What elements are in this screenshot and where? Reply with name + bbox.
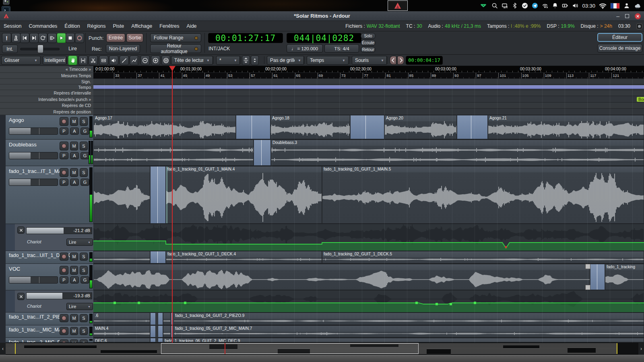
group-button[interactable]: G <box>80 128 89 135</box>
mute-button[interactable]: M <box>70 142 78 150</box>
audio-region[interactable]: Agogo.21 <box>488 115 644 139</box>
playlist-button[interactable]: P <box>60 179 68 186</box>
marker-filter-dropdown[interactable]: *▼ <box>216 56 240 65</box>
mute-button[interactable]: M <box>70 117 78 126</box>
nudge-back-button[interactable] <box>390 56 396 65</box>
auto-return-button[interactable]: Retour automatique <box>150 44 201 53</box>
lane-close-button[interactable] <box>17 226 25 234</box>
selected-region[interactable] <box>254 140 271 166</box>
gain-fader[interactable] <box>9 152 58 159</box>
selected-region[interactable] <box>150 251 166 263</box>
automation-button[interactable]: A <box>70 152 79 159</box>
track-name[interactable]: fado_1_trac...IT_1_MAIN <box>9 168 67 174</box>
stop-button[interactable] <box>66 33 75 43</box>
solo-button[interactable]: S <box>80 266 88 275</box>
audio-region[interactable]: Agogo.17 <box>93 115 236 139</box>
monitor-solo-button[interactable]: Solo <box>361 33 376 39</box>
solo-button[interactable]: S <box>80 314 88 322</box>
ruler-row-0[interactable]: 0:01:00:0000:01:30:0000:02:00:0000:02:30… <box>93 66 644 73</box>
zoom-out-button[interactable] <box>140 56 150 65</box>
track-row-fado_1_trac..._MIC_MAIN[interactable]: MAIN.4fado_1_tracking_05_GUIT_2_MIC_MAIN… <box>93 325 644 338</box>
audio-region[interactable]: DEC.6 <box>93 338 150 342</box>
record-enable-button[interactable] <box>60 314 68 322</box>
ruler-rows[interactable]: 0:01:00:0000:01:30:0000:02:00:0000:02:30… <box>93 66 644 115</box>
automation-button[interactable]: A <box>70 179 79 186</box>
group-button[interactable]: G <box>80 179 89 186</box>
audio-region[interactable]: fado_1_tracking_02_GUIT_1_DECK.4 <box>166 251 322 263</box>
play-button[interactable] <box>57 33 66 43</box>
selected-region[interactable] <box>590 264 605 290</box>
automation-button[interactable]: A <box>70 128 79 135</box>
menu-fenêtres[interactable]: Fenêtres <box>156 23 183 29</box>
group-button[interactable]: G <box>80 276 89 284</box>
zoom-focus-dropdown[interactable]: Tête de lecture▼ <box>171 56 213 65</box>
tempo-button[interactable]: ♩ = 120.000 <box>287 44 323 53</box>
tool-range-button[interactable] <box>78 56 88 65</box>
gain-fader[interactable] <box>9 179 58 186</box>
keyboard-flag-icon[interactable] <box>610 3 620 9</box>
tool-draw-button[interactable] <box>120 56 129 65</box>
selected-region[interactable] <box>158 338 163 342</box>
record-enable-button[interactable] <box>60 117 68 126</box>
record-enable-button[interactable] <box>60 266 68 275</box>
rec-mode-button[interactable]: Non-Layered <box>106 44 140 53</box>
menu-piste[interactable]: Piste <box>109 23 128 29</box>
grid-type-dropdown[interactable]: Temps▼ <box>307 56 349 65</box>
editor-tab-button[interactable]: Éditeur <box>597 33 642 42</box>
loop-range-marker[interactable]: Bou <box>637 97 644 102</box>
track-row-fado_1_trac...2_MIC_DEC[interactable]: DEC.6fado_1_tracking_06_GUIT_2_MIC_DEC.9 <box>93 338 644 343</box>
search-icon[interactable] <box>491 2 498 9</box>
chevron-down-icon[interactable] <box>479 2 488 9</box>
minimize-button[interactable]: – <box>616 13 619 19</box>
solo-button[interactable]: S <box>80 327 88 335</box>
automation-curve[interactable] <box>93 224 644 251</box>
ruler-row-4[interactable] <box>93 90 644 96</box>
ruler-row-3[interactable] <box>93 84 644 90</box>
grid-mode-dropdown[interactable]: Pas de grille▼ <box>267 56 304 65</box>
track-name[interactable]: Agogo <box>9 117 24 123</box>
zoom-in-button[interactable] <box>151 56 160 65</box>
menu-commandes[interactable]: Commandes <box>25 23 61 29</box>
record-enable-button[interactable] <box>60 327 68 335</box>
playlist-button[interactable]: P <box>60 276 68 284</box>
tempo-bar[interactable] <box>93 85 644 89</box>
metronome-button[interactable] <box>11 33 21 43</box>
track-row-fado_1_trac...UIT_1_DECK[interactable]: fado_1_tracking_02_GUIT_1_DECK.4fado_1_t… <box>93 251 644 264</box>
mute-button[interactable]: M <box>70 314 78 322</box>
summary-scroll-left-button[interactable]: ‹ <box>0 343 6 355</box>
punch-in-button[interactable]: Entrée <box>106 33 125 42</box>
tool-grab-button[interactable] <box>68 56 77 65</box>
ruler-row-6[interactable] <box>93 103 644 109</box>
screenshare-off-icon[interactable] <box>502 2 508 9</box>
solo-button[interactable]: S <box>80 339 88 343</box>
audio-region[interactable]: fado_1_tracking_05_GUIT_2_MIC_MAIN.7 <box>173 325 644 337</box>
weather-icon[interactable] <box>634 2 642 9</box>
audio-region[interactable]: fado_1_tracking_02_GUIT_1_DECK.5 <box>322 251 644 263</box>
solo-button[interactable]: S <box>80 142 88 150</box>
mute-button[interactable]: M <box>70 266 78 275</box>
record-enable-button[interactable] <box>60 142 68 150</box>
selected-region[interactable] <box>158 325 163 337</box>
follow-range-button[interactable]: Follow Range <box>150 33 201 42</box>
selected-region[interactable] <box>150 166 166 224</box>
audio-region[interactable]: Agogo.18 <box>270 115 350 139</box>
audio-region[interactable] <box>93 140 254 166</box>
battery-icon[interactable] <box>562 2 568 9</box>
automation-lane-row[interactable] <box>93 290 644 313</box>
audio-region[interactable]: fado_1_tracking_01_GUIT_1_MAIN.4 <box>166 166 322 224</box>
playlist-button[interactable]: P <box>60 152 68 159</box>
mute-button[interactable]: M <box>70 339 78 343</box>
automation-curve[interactable] <box>93 290 644 313</box>
gain-fader[interactable] <box>9 128 58 135</box>
user-icon[interactable] <box>623 2 630 9</box>
lane-fader[interactable]: -19.3 dB <box>26 292 92 299</box>
audio-region[interactable]: fado_1_tracking_04_GUIT_2_PIEZO.9 <box>173 313 644 325</box>
audio-region[interactable] <box>93 166 150 224</box>
solo-button[interactable]: S <box>80 168 88 177</box>
audio-region[interactable]: fado_1_tracking <box>605 264 644 290</box>
punch-out-button[interactable]: Sortie <box>126 33 143 42</box>
wifi-icon[interactable] <box>599 2 607 10</box>
selected-region[interactable] <box>457 115 488 139</box>
track-name[interactable]: Doublebass <box>9 142 37 148</box>
audio-region[interactable] <box>93 251 150 263</box>
